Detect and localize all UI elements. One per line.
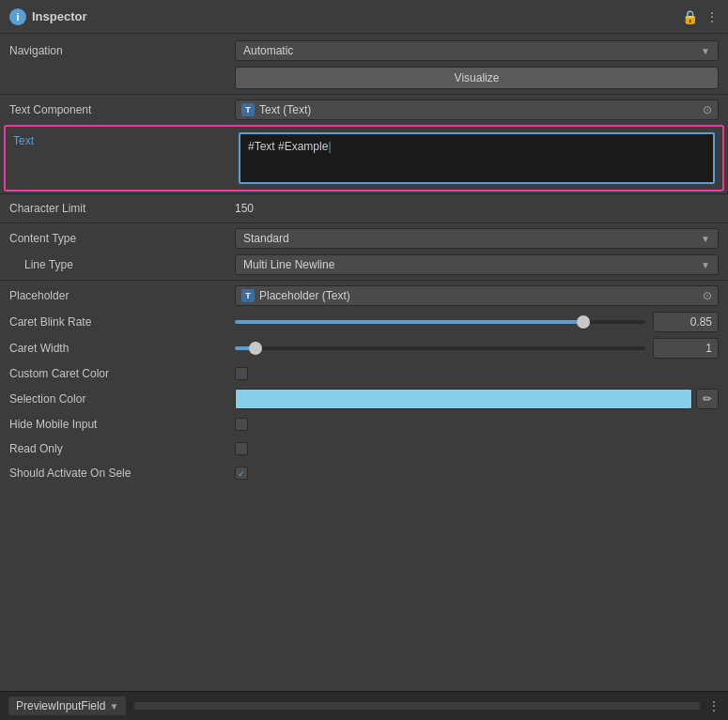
inspector-title: Inspector [32,9,674,23]
visualize-row: Visualize [0,64,728,92]
char-limit-value: 150 [235,202,719,215]
read-only-checkbox[interactable] [235,442,248,455]
placeholder-label: Placeholder [9,289,235,302]
inspector-header: i Inspector 🔒 ⋮ [0,0,728,34]
bottom-bar: PreviewInputField ▼ ⋮ [0,691,728,720]
placeholder-t-icon: T [241,289,255,302]
divider-1 [0,94,728,95]
inspector-panel: i Inspector 🔒 ⋮ Navigation Automatic ▼ V… [0,0,728,720]
char-limit-text: 150 [235,202,254,215]
text-row: Text #Text #Example [4,125,724,191]
caret-blink-row: Caret Blink Rate 0.85 [0,309,728,335]
navigation-dropdown[interactable]: Automatic ▼ [235,40,719,61]
placeholder-field[interactable]: T Placeholder (Text) ⊙ [235,285,719,306]
content-type-text: Standard [243,232,289,245]
target-icon[interactable]: ⊙ [703,103,712,116]
line-type-row: Line Type Multi Line Newline ▼ [0,252,728,278]
hide-mobile-label: Hide Mobile Input [9,418,235,431]
text-component-label: Text Component [9,103,235,116]
placeholder-value: T Placeholder (Text) ⊙ [235,285,719,306]
text-component-field[interactable]: T Text (Text) ⊙ [235,100,719,120]
custom-caret-row: Custom Caret Color [0,361,728,386]
hide-mobile-row: Hide Mobile Input [0,412,728,437]
content-type-value: Standard ▼ [235,228,719,249]
component-selector[interactable]: PreviewInputField ▼ [8,696,127,716]
eyedropper-button[interactable]: ✏ [696,389,719,409]
char-limit-label: Character Limit [9,202,235,215]
should-activate-value: ✓ [235,467,719,480]
divider-3 [0,222,728,223]
selection-color-swatch[interactable] [235,389,692,409]
navigation-row: Navigation Automatic ▼ [0,38,728,64]
caret-width-label: Caret Width [9,342,235,355]
visualize-value: Visualize [235,67,719,89]
t-icon: T [241,103,255,116]
caret-blink-thumb[interactable] [577,315,590,329]
content-type-row: Content Type Standard ▼ [0,225,728,252]
navigation-label: Navigation [9,44,235,57]
caret-blink-fill [235,320,583,324]
placeholder-name: Placeholder (Text) [259,289,699,302]
component-arrow: ▼ [109,701,118,712]
line-type-text: Multi Line Newline [243,258,334,271]
caret-blink-value: 0.85 [235,312,719,332]
inspector-content: Navigation Automatic ▼ Visualize Text Co… [0,34,728,691]
component-name: PreviewInputField [16,699,105,712]
content-type-dropdown[interactable]: Standard ▼ [235,228,719,249]
text-value: #Text #Example [239,132,715,184]
divider-4 [0,280,728,281]
line-type-label: Line Type [9,258,235,271]
text-input[interactable]: #Text #Example [239,132,715,184]
custom-caret-value [235,367,719,380]
bottom-more-icon[interactable]: ⋮ [707,698,720,713]
line-type-dropdown[interactable]: Multi Line Newline ▼ [235,254,719,275]
caret-blink-num[interactable]: 0.85 [653,312,719,332]
content-type-arrow: ▼ [701,234,710,244]
char-limit-row: Character Limit 150 [0,196,728,221]
line-type-arrow: ▼ [701,260,710,270]
text-component-name: Text (Text) [259,103,699,116]
text-component-row: Text Component T Text (Text) ⊙ [0,97,728,123]
caret-width-num[interactable]: 1 [653,338,719,359]
hide-mobile-value [235,418,719,431]
caret-width-value: 1 [235,338,719,359]
custom-caret-label: Custom Caret Color [9,367,235,380]
text-cursor [328,140,331,153]
more-icon[interactable]: ⋮ [705,9,719,24]
caret-width-thumb[interactable] [249,342,262,355]
content-type-label: Content Type [9,232,235,245]
visualize-button[interactable]: Visualize [235,67,719,89]
info-icon: i [9,8,26,25]
caret-blink-label: Caret Blink Rate [9,315,235,329]
navigation-value: Automatic ▼ [235,40,719,61]
caret-blink-track[interactable] [235,320,645,324]
line-type-value: Multi Line Newline ▼ [235,254,719,275]
text-label: Text [13,132,239,147]
text-input-value: #Text #Example [248,140,328,153]
should-activate-row: Should Activate On Sele ✓ [0,461,728,485]
selection-color-value: ✏ [235,389,719,409]
placeholder-row: Placeholder T Placeholder (Text) ⊙ [0,283,728,309]
lock-icon[interactable]: 🔒 [682,9,698,24]
selection-color-row: Selection Color ✏ [0,386,728,412]
read-only-row: Read Only [0,437,728,461]
selection-color-label: Selection Color [9,392,235,406]
bottom-scrollbar[interactable] [134,702,700,710]
hide-mobile-checkbox[interactable] [235,418,248,431]
navigation-dropdown-text: Automatic [243,44,293,57]
placeholder-target-icon[interactable]: ⊙ [703,289,712,302]
read-only-label: Read Only [9,442,235,455]
caret-width-row: Caret Width 1 [0,335,728,361]
should-activate-label: Should Activate On Sele [9,467,235,480]
text-component-value: T Text (Text) ⊙ [235,100,719,120]
should-activate-checkbox[interactable]: ✓ [235,467,248,480]
read-only-value [235,442,719,455]
divider-2 [0,193,728,194]
custom-caret-checkbox[interactable] [235,367,248,380]
caret-width-track[interactable] [235,346,645,350]
navigation-dropdown-arrow: ▼ [701,46,710,56]
